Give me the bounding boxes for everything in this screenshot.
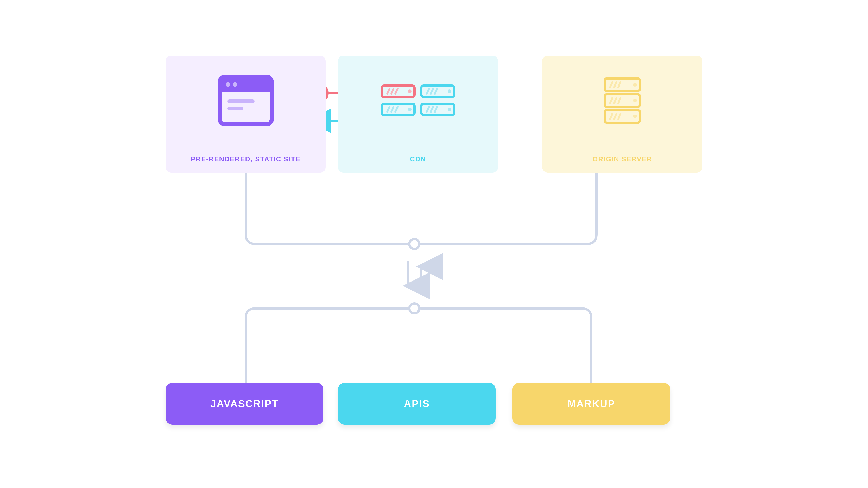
svg-line-39 (614, 82, 616, 88)
bottom-bracket (246, 308, 591, 383)
svg-point-33 (408, 107, 412, 111)
node-javascript: JAVASCRIPT (166, 383, 323, 424)
top-bracket (246, 173, 596, 244)
svg-point-32 (447, 90, 451, 93)
cdn-servers-icon (379, 80, 456, 121)
node-markup: MARKUP (513, 383, 670, 424)
svg-point-34 (447, 107, 451, 111)
top-junction-node (409, 239, 419, 249)
node-origin-label: ORIGIN SERVER (592, 145, 652, 173)
svg-line-26 (387, 107, 390, 112)
node-static-site-label: PRE-RENDERED, STATIC SITE (191, 145, 301, 173)
svg-line-44 (610, 113, 612, 119)
jamstack-architecture-diagram: PRE-RENDERED, STATIC SITE (0, 0, 868, 488)
bidirectional-link (408, 262, 421, 290)
svg-point-47 (633, 83, 637, 87)
node-static-site: PRE-RENDERED, STATIC SITE (166, 56, 326, 173)
svg-line-23 (427, 89, 429, 94)
node-cdn: CDN (338, 56, 498, 173)
svg-rect-10 (220, 87, 272, 92)
bottom-junction-node (409, 303, 419, 313)
svg-point-48 (633, 99, 637, 102)
svg-line-45 (614, 113, 616, 119)
svg-line-38 (610, 82, 612, 88)
svg-line-27 (391, 107, 394, 112)
svg-line-41 (610, 98, 612, 103)
svg-line-24 (431, 89, 433, 94)
svg-line-43 (618, 98, 620, 103)
node-cdn-label: CDN (410, 145, 426, 173)
svg-line-30 (431, 107, 433, 112)
svg-line-42 (614, 98, 616, 103)
svg-line-19 (387, 89, 390, 94)
svg-line-28 (395, 107, 398, 112)
svg-line-25 (435, 89, 437, 94)
svg-point-12 (233, 82, 237, 87)
node-origin-server: ORIGIN SERVER (542, 56, 702, 173)
svg-point-11 (225, 82, 230, 87)
node-apis: APIs (338, 383, 496, 424)
svg-line-21 (395, 89, 398, 94)
svg-line-46 (618, 113, 620, 119)
browser-window-icon (217, 74, 274, 127)
svg-rect-13 (227, 99, 254, 103)
svg-line-20 (391, 89, 394, 94)
svg-line-40 (618, 82, 620, 88)
svg-line-31 (435, 107, 437, 112)
svg-point-22 (408, 90, 412, 93)
svg-line-29 (427, 107, 429, 112)
svg-point-49 (633, 115, 637, 118)
svg-rect-14 (227, 107, 243, 110)
origin-server-icon (602, 76, 643, 125)
